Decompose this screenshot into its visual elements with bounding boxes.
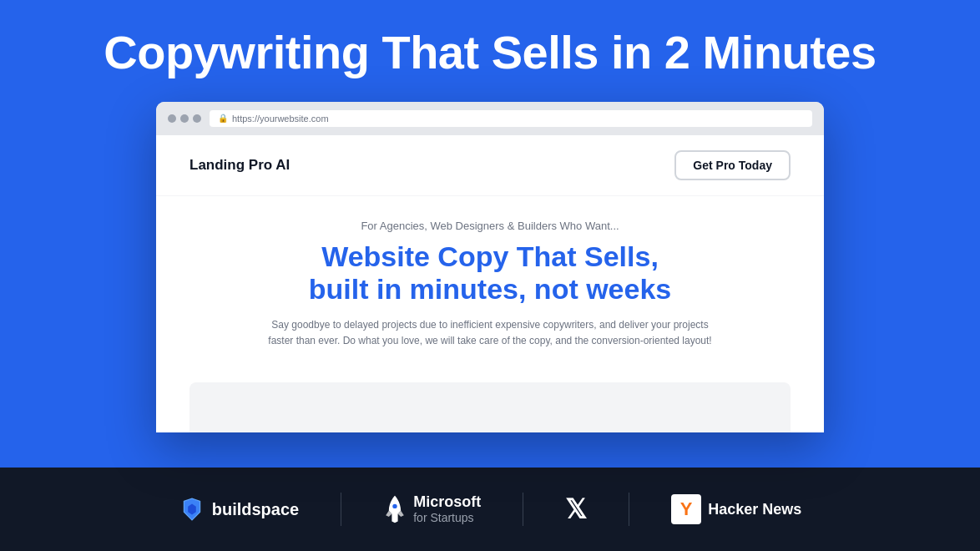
- divider-1: [341, 493, 341, 526]
- buildspace-label: buildspace: [212, 500, 299, 519]
- dot-green: [193, 114, 201, 123]
- divider-3: [629, 493, 629, 526]
- microsoft-line2: for Startups: [413, 511, 481, 525]
- microsoft-rocket-icon: [383, 494, 407, 524]
- get-pro-button[interactable]: Get Pro Today: [674, 150, 791, 180]
- hn-y-letter: Y: [680, 498, 693, 520]
- browser-dots: [168, 114, 201, 123]
- url-bar: 🔒 https://yourwebsite.com: [210, 110, 812, 127]
- url-text: https://yourwebsite.com: [232, 114, 329, 124]
- hero-headline-line2: built in minutes, not weeks: [309, 273, 672, 305]
- bottom-bar: buildspace Microsoft for Startups 𝕏 Y Ha…: [0, 468, 980, 551]
- hero-headline: Website Copy That Sells, built in minute…: [189, 240, 791, 306]
- website-logo: Landing Pro AI: [189, 157, 290, 174]
- browser-mockup: 🔒 https://yourwebsite.com Landing Pro AI…: [156, 102, 824, 433]
- lock-icon: 🔒: [218, 114, 228, 123]
- x-logo: 𝕏: [565, 493, 587, 525]
- buildspace-icon: [179, 496, 205, 523]
- hero-headline-line1: Website Copy That Sells,: [321, 240, 659, 272]
- main-section: Copywriting That Sells in 2 Minutes 🔒 ht…: [0, 0, 980, 468]
- divider-2: [523, 493, 523, 526]
- brand-x: 𝕏: [565, 493, 587, 525]
- brand-microsoft: Microsoft for Startups: [383, 493, 481, 525]
- browser-chrome: 🔒 https://yourwebsite.com: [156, 102, 824, 135]
- brand-buildspace: buildspace: [179, 496, 299, 523]
- microsoft-text: Microsoft for Startups: [413, 493, 481, 525]
- hackernews-label: Hacker News: [708, 501, 801, 518]
- website-hero: For Agencies, Web Designers & Builders W…: [156, 196, 824, 383]
- hn-box: Y: [671, 494, 701, 524]
- website-nav: Landing Pro AI Get Pro Today: [156, 135, 824, 196]
- microsoft-line1: Microsoft: [413, 493, 481, 512]
- svg-point-0: [393, 504, 397, 508]
- website-content: Landing Pro AI Get Pro Today For Agencie…: [156, 135, 824, 433]
- brand-hackernews: Y Hacker News: [671, 494, 801, 524]
- hero-description: Say goodbye to delayed projects due to i…: [265, 317, 715, 349]
- main-headline: Copywriting That Sells in 2 Minutes: [104, 27, 876, 78]
- dot-red: [168, 114, 176, 123]
- dot-yellow: [180, 114, 189, 123]
- hero-subheadline: For Agencies, Web Designers & Builders W…: [189, 220, 791, 232]
- hero-image-placeholder: [189, 382, 791, 432]
